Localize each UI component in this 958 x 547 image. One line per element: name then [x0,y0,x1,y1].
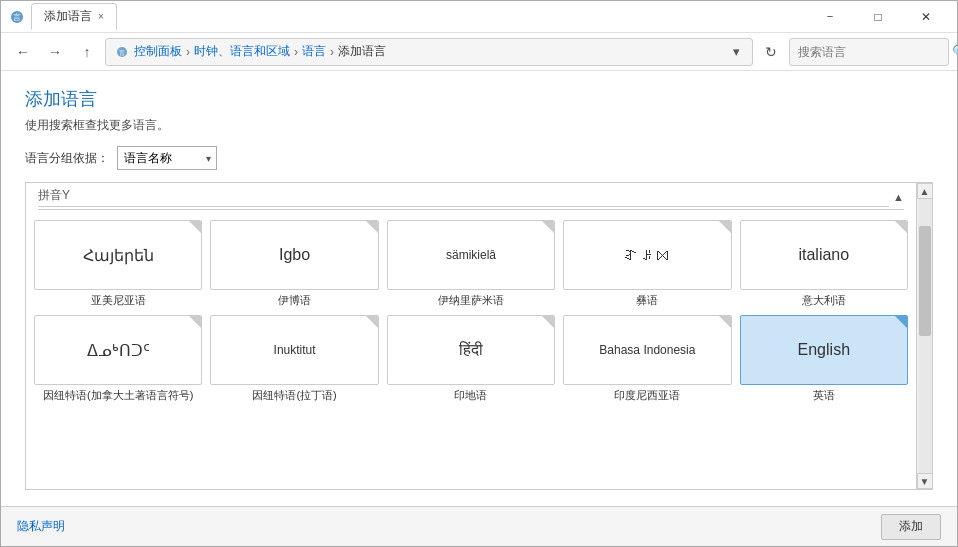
lang-item-2[interactable]: sämikielâ伊纳里萨米语 [387,220,555,307]
lang-scroll-area[interactable]: 拼音Y ▲ Հայերեն亚美尼亚语Igbo伊博语sämikielâ伊纳里萨米语… [26,183,916,489]
lang-item-7[interactable]: हिंदी印地语 [387,315,555,402]
lang-tile-3[interactable]: ꆈꌠꉙ [563,220,731,290]
main-window: 言 添加语言 × － □ ✕ ← → ↑ [0,0,958,547]
tab-area: 言 添加语言 × [9,3,807,30]
lang-name-2: 伊纳里萨米语 [438,293,504,307]
filter-label: 语言分组依据： [25,150,109,167]
lang-name-7: 印地语 [454,388,487,402]
minimize-btn[interactable]: － [807,3,853,31]
privacy-link[interactable]: 隐私声明 [17,518,65,535]
lang-tile-4[interactable]: italiano [740,220,908,290]
section-toggle-btn[interactable]: ▲ [893,191,904,203]
close-btn[interactable]: ✕ [903,3,949,31]
lang-name-8: 印度尼西亚语 [614,388,680,402]
back-btn[interactable]: ← [9,38,37,66]
up-btn[interactable]: ↑ [73,38,101,66]
scroll-thumb[interactable] [919,226,931,336]
lang-name-0: 亚美尼亚语 [91,293,146,307]
breadcrumb-item-2[interactable]: 语言 [302,43,326,60]
lang-name-5: 因纽特语(加拿大土著语言符号) [43,388,193,402]
lang-item-3[interactable]: ꆈꌠꉙ彝语 [563,220,731,307]
lang-tile-8[interactable]: Bahasa Indonesia [563,315,731,385]
breadcrumb: 控制面板 › 时钟、语言和区域 › 语言 › 添加语言 [134,43,725,60]
lang-tile-9[interactable]: English [740,315,908,385]
lang-item-0[interactable]: Հայերեն亚美尼亚语 [34,220,202,307]
breadcrumb-current: 添加语言 [338,43,386,60]
svg-text:言: 言 [119,49,125,56]
refresh-btn[interactable]: ↻ [757,38,785,66]
content-area: 添加语言 使用搜索框查找更多语言。 语言分组依据： 语言名称 语言代码 拼音Y … [1,71,957,506]
tab-label: 添加语言 [44,8,92,25]
forward-icon: → [48,44,62,60]
up-icon: ↑ [84,44,91,60]
svg-text:言: 言 [13,13,21,22]
lang-item-1[interactable]: Igbo伊博语 [210,220,378,307]
lang-name-9: 英语 [813,388,835,402]
nav-bar: ← → ↑ 言 控制面板 › 时钟、语言和区域 › 语言 › 添加语言 [1,33,957,71]
footer: 隐私声明 添加 [1,506,957,546]
filter-select-wrapper: 语言名称 语言代码 [117,146,217,170]
lang-tile-0[interactable]: Հայերեն [34,220,202,290]
lang-item-8[interactable]: Bahasa Indonesia印度尼西亚语 [563,315,731,402]
breadcrumb-item-0[interactable]: 控制面板 [134,43,182,60]
maximize-btn[interactable]: □ [855,3,901,31]
scrollbar: ▲ ▼ [916,183,932,489]
lang-tile-2[interactable]: sämikielâ [387,220,555,290]
lang-panel: 拼音Y ▲ Հայերեն亚美尼亚语Igbo伊博语sämikielâ伊纳里萨米语… [25,182,933,490]
address-icon: 言 [114,44,130,60]
search-input[interactable] [798,45,948,59]
window-controls: － □ ✕ [807,3,949,31]
lang-name-4: 意大利语 [802,293,846,307]
tab-close-btn[interactable]: × [98,11,104,22]
lang-tile-5[interactable]: ᐃᓄᒃᑎᑐᑦ [34,315,202,385]
window-icon: 言 [9,9,25,25]
scroll-thumb-track [918,199,932,473]
section-header: 拼音Y ▲ [34,183,908,214]
scroll-down-btn[interactable]: ▼ [917,473,933,489]
lang-tile-7[interactable]: हिंदी [387,315,555,385]
search-icon[interactable]: 🔍 [952,44,958,59]
lang-name-3: 彝语 [636,293,658,307]
lang-item-5[interactable]: ᐃᓄᒃᑎᑐᑦ因纽特语(加拿大土著语言符号) [34,315,202,402]
filter-select[interactable]: 语言名称 语言代码 [117,146,217,170]
lang-item-9[interactable]: English英语 [740,315,908,402]
page-title: 添加语言 [25,87,933,111]
lang-tile-1[interactable]: Igbo [210,220,378,290]
back-icon: ← [16,44,30,60]
lang-name-1: 伊博语 [278,293,311,307]
lang-tile-6[interactable]: Inuktitut [210,315,378,385]
add-button[interactable]: 添加 [881,514,941,540]
lang-grid: Հայերեն亚美尼亚语Igbo伊博语sämikielâ伊纳里萨米语ꆈꌠꉙ彝语i… [34,220,908,403]
scroll-up-btn[interactable]: ▲ [917,183,933,199]
lang-item-6[interactable]: Inuktitut因纽特语(拉丁语) [210,315,378,402]
address-dropdown-btn[interactable]: ▾ [729,44,744,59]
breadcrumb-item-1[interactable]: 时钟、语言和区域 [194,43,290,60]
title-bar: 言 添加语言 × － □ ✕ [1,1,957,33]
main-tab[interactable]: 添加语言 × [31,3,117,30]
section-title: 拼音Y [38,187,889,207]
lang-item-4[interactable]: italiano意大利语 [740,220,908,307]
lang-name-6: 因纽特语(拉丁语) [252,388,336,402]
page-subtitle: 使用搜索框查找更多语言。 [25,117,933,134]
filter-row: 语言分组依据： 语言名称 语言代码 [25,146,933,170]
forward-btn[interactable]: → [41,38,69,66]
search-bar: 🔍 [789,38,949,66]
address-bar: 言 控制面板 › 时钟、语言和区域 › 语言 › 添加语言 ▾ [105,38,753,66]
